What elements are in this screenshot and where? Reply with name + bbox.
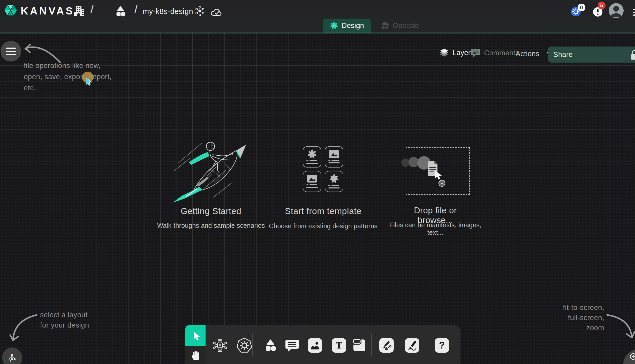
shapes-icon [264, 339, 277, 352]
tab-design[interactable]: Design [323, 19, 371, 33]
comment-tool-button[interactable] [285, 338, 299, 353]
toolbar-divider [252, 333, 253, 357]
hand-icon [191, 350, 200, 360]
template-card[interactable] [303, 171, 321, 192]
drop-cursor-icon [434, 170, 444, 181]
comment-icon [285, 339, 299, 352]
zoom-in-icon [629, 353, 635, 360]
design-shapes-icon[interactable] [115, 6, 126, 17]
graph-layout-icon [7, 353, 17, 362]
pan-tool-button[interactable] [185, 346, 206, 364]
logo-wordmark[interactable]: KANVAS [21, 5, 74, 17]
comments-button[interactable]: Comments [471, 49, 519, 57]
share-button[interactable]: Share [548, 47, 635, 63]
getting-started-title[interactable]: Getting Started [165, 206, 256, 216]
image-icon [307, 174, 317, 183]
k8s-context-count-badge: 0 [578, 4, 585, 11]
comment-icon [471, 49, 480, 57]
toolbar-divider [371, 333, 372, 357]
annotation-file-operations: file operations like new, open, save, ex… [24, 60, 112, 93]
user-avatar[interactable] [609, 3, 624, 18]
tab-operate-label: Operate [393, 21, 419, 30]
add-file-plus-badge: + [439, 180, 445, 187]
select-cursor-icon [191, 330, 200, 341]
pencil-squiggle-icon [407, 340, 417, 351]
kanvas-logo-icon[interactable] [4, 3, 18, 17]
breadcrumb-separator: / [134, 3, 138, 16]
kanvas-app: KANVAS / / my-k8s-design [0, 0, 635, 364]
operate-icon [381, 21, 389, 30]
layers-button[interactable]: Layers [440, 49, 474, 57]
getting-started-rocket-illustration[interactable] [171, 138, 249, 204]
shapes-tool-button[interactable] [263, 338, 278, 353]
actions-dropdown[interactable]: Actions [516, 50, 552, 58]
template-subtitle: Choose from existing design patterns [268, 222, 378, 230]
tab-operate[interactable]: Operate [373, 19, 427, 33]
template-card[interactable] [325, 171, 343, 192]
workspace-hub-icon[interactable] [195, 6, 205, 16]
template-title[interactable]: Start from template [277, 206, 369, 216]
template-card-grid[interactable] [303, 146, 343, 192]
main-menu-button[interactable] [1, 41, 21, 62]
annotation-layout: select a layout for your design [40, 310, 89, 330]
annotation-arrow-zoom [606, 311, 635, 342]
app-header: KANVAS / / my-k8s-design [0, 0, 635, 33]
tab-design-label: Design [342, 21, 364, 30]
toolbar-divider [427, 333, 427, 357]
breadcrumb-separator: / [90, 3, 94, 16]
design-name[interactable]: my-k8s-design [143, 7, 193, 16]
tab-band [0, 15, 635, 33]
cloud-sync-icon[interactable] [210, 7, 223, 17]
circuit-icon [213, 338, 228, 353]
select-tool-button[interactable] [185, 325, 206, 346]
overflow-menu-icon[interactable] [633, 7, 635, 17]
design-spiral-icon [307, 149, 317, 159]
share-label: Share [553, 50, 573, 59]
text-tool-glyph: T [336, 340, 342, 351]
comments-label: Comments [484, 49, 519, 57]
template-card[interactable] [303, 146, 321, 168]
layers-icon [440, 49, 449, 57]
drop-subtitle: Files can be manifests, images, text... [382, 221, 489, 236]
design-spiral-icon [330, 21, 338, 30]
remote-cursor-icon [85, 78, 94, 86]
sticky-note-icon [352, 338, 367, 353]
freehand-pen-tool-button[interactable] [405, 338, 419, 353]
annotation-arrow-layout [9, 313, 38, 344]
note-tool-button[interactable] [352, 338, 367, 353]
pen-arrow-icon [381, 340, 392, 351]
organization-icon[interactable] [73, 5, 85, 17]
media-image-icon [310, 340, 320, 351]
lock-icon [629, 49, 635, 60]
notification-count-badge: 5 [598, 2, 606, 9]
annotation-zoom: fit-to-screen, full-screen, zoom [552, 302, 604, 333]
actions-label: Actions [516, 50, 539, 58]
design-spiral-icon [329, 174, 339, 184]
edge-pen-tool-button[interactable] [379, 338, 394, 353]
kubernetes-icon [237, 338, 252, 353]
help-glyph: ? [439, 340, 445, 351]
connections-tool-button[interactable] [212, 338, 228, 353]
help-button[interactable]: ? [435, 338, 449, 353]
template-card[interactable] [325, 146, 343, 168]
kubernetes-tool-button[interactable] [237, 338, 252, 353]
image-icon [329, 150, 339, 158]
getting-started-subtitle: Walk-throughs and sample scenarios [153, 222, 269, 229]
media-tool-button[interactable] [308, 338, 322, 353]
text-tool-button[interactable]: T [332, 338, 346, 353]
